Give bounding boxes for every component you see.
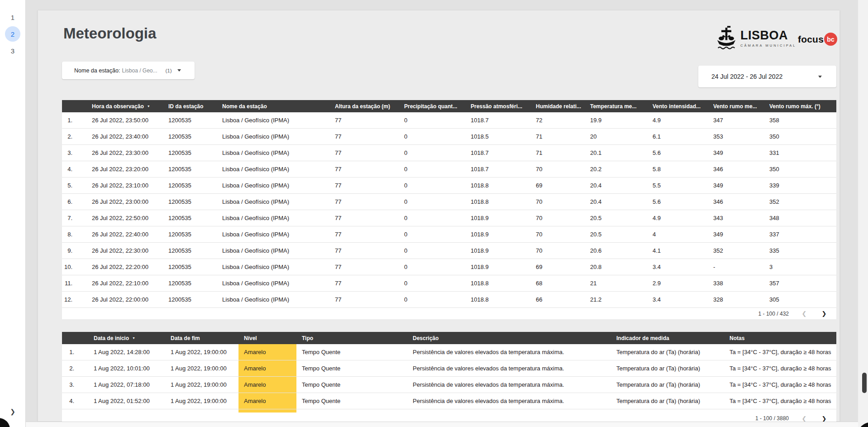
column-header-precipita-o-quant[interactable]: Precipitação quant... — [399, 100, 465, 112]
cell-id-da-esta-o: 1200535 — [163, 210, 217, 226]
cell-vento-intensidad: 5.6 — [647, 194, 708, 210]
cell-n-vel: Amarelo — [238, 360, 296, 376]
column-header-vento-rumo-me[interactable]: Vento rumo me... — [708, 100, 764, 112]
station-filter-value: Lisboa / Geo... — [122, 67, 157, 74]
cell-humidade-relati: 70 — [530, 210, 585, 226]
cell-vento-rumo-me: 343 — [708, 210, 764, 226]
row-number: 10. — [62, 259, 86, 275]
pagination-prev-button[interactable]: ❮ — [794, 310, 814, 317]
cell-vento-rumo-m-x: 331 — [764, 145, 836, 161]
cell-press-o-atmosf-ri: 1018.9 — [465, 259, 530, 275]
column-header-hora-da-observa-o[interactable]: Hora da observação▼ — [86, 100, 163, 112]
cell-press-o-atmosf-ri: 1018.9 — [465, 210, 530, 226]
cell-data-de-fim: 1 Aug 2022, 19:00:00 — [165, 377, 238, 393]
cell-id-da-esta-o: 1200535 — [163, 292, 217, 307]
pagination-next-button[interactable]: ❯ — [814, 310, 834, 317]
column-header-data-de-fim[interactable]: Data de fim — [165, 332, 238, 344]
column-header-data-de-in-cio[interactable]: Data de início▼ — [88, 332, 165, 344]
cell-press-o-atmosf-ri: 1018.9 — [465, 243, 530, 259]
cell-precipita-o-quant: 0 — [399, 178, 465, 193]
cell-vento-rumo-me: 338 — [708, 275, 764, 291]
column-header-humidade-relati[interactable]: Humidade relati... — [530, 100, 585, 112]
sort-desc-icon: ▼ — [147, 105, 150, 108]
pagination-next-button[interactable]: ❯ — [814, 415, 834, 422]
cell-nome-da-esta-o: Lisboa / Geofísico (IPMA) — [217, 210, 329, 226]
cell-id-da-esta-o: 1200535 — [163, 259, 217, 275]
cell-precipita-o-quant: 0 — [399, 112, 465, 128]
date-range-picker[interactable]: 24 Jul 2022 - 26 Jul 2022 — [698, 66, 836, 87]
cell-data-de-in-cio: 1 Aug 2022, 14:28:00 — [88, 344, 165, 360]
cell-notas: Ta = [34°C - 37°C], duração ≥ 48 horas — [724, 377, 836, 393]
column-header-altura-da-esta-o-m[interactable]: Altura da estação (m) — [329, 100, 399, 112]
cell-indicador-de-medida: Temperatura do ar (Ta) (horária) — [611, 393, 724, 409]
column-header-vento-rumo-m-x[interactable]: Vento rumo máx. (°) — [764, 100, 836, 112]
sort-desc-icon: ▼ — [132, 336, 135, 340]
column-header-tipo[interactable]: Tipo — [296, 332, 407, 344]
column-header-rownum[interactable] — [62, 100, 86, 112]
column-header-indicador-de-medida[interactable]: Indicador de medida — [611, 332, 724, 344]
page-scrollbar-thumb[interactable] — [862, 373, 867, 393]
column-header-id-da-esta-o[interactable]: ID da estação — [163, 100, 217, 112]
cell-data-de-in-cio: 1 Aug 2022, 07:18:00 — [88, 377, 165, 393]
table-row: 4.26 Jul 2022, 23:20:001200535Lisboa / G… — [62, 161, 836, 178]
cell-vento-rumo-m-x: 358 — [764, 112, 836, 128]
table-row: 11.26 Jul 2022, 22:10:001200535Lisboa / … — [62, 275, 836, 292]
dropdown-caret-icon — [177, 69, 181, 72]
report-viewport: Meteorologia LISBOA CÂMARA MUNICIPAL — [0, 0, 868, 427]
cell-tipo: Tempo Quente — [296, 360, 407, 376]
cell-vento-rumo-m-x: 339 — [764, 178, 836, 193]
cell-temperatura-me: 20 — [585, 129, 647, 144]
date-range-value: 24 Jul 2022 - 26 Jul 2022 — [711, 73, 782, 80]
cell-vento-intensidad: 5.5 — [647, 178, 708, 193]
cell-vento-rumo-m-x: 305 — [764, 292, 836, 307]
cell-nome-da-esta-o: Lisboa / Geofísico (IPMA) — [217, 259, 329, 275]
column-header-temperatura-me[interactable]: Temperatura me... — [585, 100, 647, 112]
sidebar-expand-icon[interactable]: ❯ — [0, 408, 25, 415]
cell-precipita-o-quant: 0 — [399, 194, 465, 210]
sidebar-page-3[interactable]: 3 — [5, 43, 20, 58]
column-header-nome-da-esta-o[interactable]: Nome da estação — [217, 100, 329, 112]
cell-vento-intensidad: 6.1 — [647, 129, 708, 144]
pagination-prev-button[interactable]: ❮ — [794, 415, 814, 422]
sidebar-page-2-selected[interactable]: 2 — [5, 26, 20, 42]
cell-vento-rumo-m-x: 335 — [764, 243, 836, 259]
cell-temperatura-me: 20.5 — [585, 226, 647, 242]
column-header-n-vel[interactable]: Nível — [238, 332, 296, 344]
cell-humidade-relati: 72 — [530, 112, 585, 128]
cell-indicador-de-medida: Temperatura do ar (Ta) (horária) — [611, 344, 724, 360]
column-header-press-o-atmosf-ri[interactable]: Pressão atmosféri... — [465, 100, 530, 112]
cell-temperatura-me: 20.5 — [585, 210, 647, 226]
cell-nome-da-esta-o: Lisboa / Geofísico (IPMA) — [217, 145, 329, 161]
column-header-descri-o[interactable]: Descrição — [407, 332, 611, 344]
cell-press-o-atmosf-ri: 1018.8 — [465, 275, 530, 291]
cell-humidade-relati: 71 — [530, 145, 585, 161]
table-row: 2.1 Aug 2022, 10:01:001 Aug 2022, 19:00:… — [62, 360, 836, 377]
row-number: 5. — [62, 178, 86, 193]
cell-precipita-o-quant: 0 — [399, 243, 465, 259]
cell-precipita-o-quant: 0 — [399, 210, 465, 226]
cell-nome-da-esta-o: Lisboa / Geofísico (IPMA) — [217, 292, 329, 307]
cell-n-vel: Amarelo — [238, 393, 296, 409]
cell-vento-rumo-me: 349 — [708, 226, 764, 242]
cell-nome-da-esta-o: Lisboa / Geofísico (IPMA) — [217, 112, 329, 128]
row-number: 11. — [62, 275, 86, 291]
page-scrollbar[interactable] — [858, 0, 868, 427]
column-header-notas[interactable]: Notas — [724, 332, 836, 344]
cell-vento-intensidad: 2.9 — [647, 275, 708, 291]
cell-humidade-relati: 70 — [530, 226, 585, 242]
cell-vento-rumo-me: 349 — [708, 178, 764, 193]
cell-notas: Ta = [34°C - 37°C], duração ≥ 48 horas — [724, 393, 836, 409]
cell-altura-da-esta-o-m: 77 — [329, 243, 399, 259]
cell-hora-da-observa-o: 26 Jul 2022, 23:40:00 — [86, 129, 163, 144]
lisboa-ship-icon — [716, 26, 736, 51]
sidebar-page-1[interactable]: 1 — [5, 10, 20, 25]
station-filter-dropdown[interactable]: Nome da estação: Lisboa / Geo... (1) — [62, 62, 195, 79]
cell-temperatura-me: 20.4 — [585, 194, 647, 210]
column-header-vento-intensidad[interactable]: Vento intensidad... — [647, 100, 708, 112]
row-number: 3. — [62, 145, 86, 161]
cell-altura-da-esta-o-m: 77 — [329, 112, 399, 128]
cell-vento-rumo-m-x: 337 — [764, 226, 836, 242]
cell-tipo: Tempo Quente — [296, 393, 407, 409]
column-header-rownum[interactable] — [62, 332, 88, 344]
cell-precipita-o-quant: 0 — [399, 145, 465, 161]
